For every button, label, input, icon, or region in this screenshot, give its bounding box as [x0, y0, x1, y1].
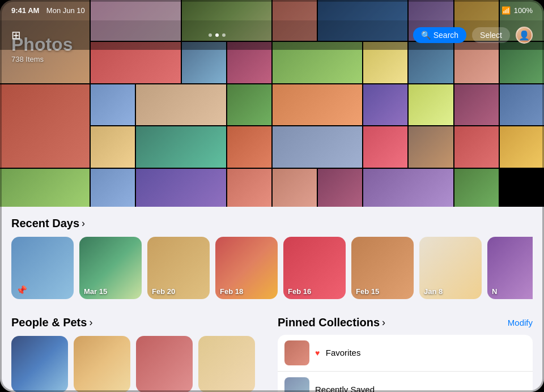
photo-cell[interactable]: [227, 126, 271, 167]
toolbar: ⊞ 🔍 Search Select 👤: [0, 20, 544, 50]
pinned-collections-arrow[interactable]: ›: [382, 317, 385, 329]
toolbar-dots: [209, 33, 226, 37]
day-label-next: N: [492, 287, 497, 296]
search-button[interactable]: 🔍 Search: [413, 27, 466, 43]
photo-cell[interactable]: [273, 126, 362, 167]
photo-cell[interactable]: [227, 169, 271, 210]
photo-cell[interactable]: [0, 84, 90, 168]
day-card-recent[interactable]: 📌: [11, 237, 74, 299]
toolbar-left: ⊞: [11, 28, 21, 42]
people-pets-col: People & Pets ›: [0, 306, 272, 392]
recent-days-scroll[interactable]: 📌 Mar 15 Feb 20 Feb 18 Feb 16 Feb 15: [11, 237, 533, 302]
day-label-feb15: Feb 15: [356, 287, 379, 296]
search-icon: 🔍: [421, 31, 431, 40]
photo-cell[interactable]: [136, 126, 226, 167]
day-label-jan8: Jan 8: [424, 287, 443, 296]
photo-cell[interactable]: [363, 84, 407, 125]
person-card-3[interactable]: [136, 336, 193, 392]
pinned-list: ♥ Favorites Recently Saved: [278, 335, 533, 392]
photo-cell[interactable]: [500, 126, 544, 167]
people-pets-header: People & Pets ›: [11, 316, 266, 329]
day-card-feb15[interactable]: Feb 15: [351, 237, 414, 299]
photo-cell[interactable]: [91, 169, 135, 210]
photo-cell[interactable]: [91, 84, 135, 125]
bottom-area: Recent Days › 📌 Mar 15 Feb 20 Feb 18 Feb…: [0, 207, 544, 392]
pinned-collections-col: Pinned Collections › Modify ♥ Favorites …: [272, 306, 544, 392]
pinned-name-favorites: Favorites: [326, 348, 361, 357]
toolbar-right: 🔍 Search Select 👤: [413, 27, 533, 44]
pinned-info-recently-saved: Recently Saved: [315, 385, 526, 392]
day-card-jan8[interactable]: Jan 8: [419, 237, 482, 299]
pinned-info-favorites: ♥ Favorites: [315, 348, 526, 358]
photo-cell[interactable]: [409, 126, 453, 167]
day-label-feb20: Feb 20: [152, 287, 175, 296]
recent-days-title: Recent Days: [11, 217, 79, 230]
photos-count: 738 Items: [11, 55, 73, 63]
people-scroll[interactable]: [11, 336, 266, 392]
pinned-thumb-favorites: [284, 340, 309, 365]
photo-cell[interactable]: [273, 84, 362, 125]
photo-cell[interactable]: [273, 169, 317, 210]
day-label-feb16: Feb 16: [288, 287, 311, 296]
people-pets-arrow[interactable]: ›: [89, 317, 92, 329]
pinned-collections-title: Pinned Collections: [278, 316, 380, 329]
sidebar-toggle-icon[interactable]: ⊞: [11, 28, 21, 42]
status-time-date: 9:41 AM Mon Jun 10: [11, 5, 85, 15]
day-label-mar15: Mar 15: [84, 287, 107, 296]
dot-2: [215, 33, 219, 37]
photo-cell[interactable]: [363, 126, 407, 167]
photo-cell[interactable]: [227, 84, 271, 125]
recent-days-section: Recent Days › 📌 Mar 15 Feb 20 Feb 18 Feb…: [0, 207, 544, 306]
search-label: Search: [434, 31, 458, 40]
day-card-feb20[interactable]: Feb 20: [147, 237, 210, 299]
person-card-1[interactable]: [11, 336, 68, 392]
photo-cell[interactable]: [454, 169, 499, 210]
two-col-section: People & Pets › Pinned Collections › Mod…: [0, 306, 544, 392]
person-card-2[interactable]: [74, 336, 130, 392]
dot-3: [222, 33, 226, 37]
photo-cell[interactable]: [0, 169, 90, 210]
favorites-heart-icon: ♥: [315, 348, 320, 357]
day-label-feb18: Feb 18: [220, 287, 243, 296]
person-card-4[interactable]: [198, 336, 255, 392]
recent-days-header: Recent Days ›: [11, 217, 533, 230]
photo-cell[interactable]: [136, 84, 226, 125]
recent-days-arrow[interactable]: ›: [82, 218, 85, 229]
status-time: 9:41 AM: [11, 6, 39, 15]
pinned-name-recently-saved: Recently Saved: [315, 385, 375, 392]
status-bar: 9:41 AM Mon Jun 10 📶 100%: [0, 0, 544, 20]
battery-icon: 100%: [514, 6, 533, 15]
wifi-icon: 📶: [502, 6, 511, 15]
day-card-feb16[interactable]: Feb 16: [283, 237, 346, 299]
photo-cell[interactable]: [91, 126, 135, 167]
avatar[interactable]: 👤: [516, 27, 533, 44]
photo-cell[interactable]: [454, 84, 499, 125]
pin-icon: 📌: [16, 285, 27, 296]
status-date: Mon Jun 10: [46, 6, 85, 15]
people-pets-title: People & Pets: [11, 316, 87, 329]
modify-button[interactable]: Modify: [508, 318, 533, 327]
day-card-feb18[interactable]: Feb 18: [215, 237, 278, 299]
photo-cell[interactable]: [500, 84, 544, 125]
day-card-next[interactable]: N: [487, 237, 533, 299]
photo-cell[interactable]: [136, 169, 226, 210]
select-button[interactable]: Select: [472, 27, 510, 43]
photo-cell[interactable]: [409, 84, 453, 125]
day-card-mar15[interactable]: Mar 15: [79, 237, 142, 299]
status-indicators: 📶 100%: [502, 6, 533, 15]
photo-cell[interactable]: [318, 169, 362, 210]
photo-cell[interactable]: [363, 169, 453, 210]
pinned-thumb-recently-saved: [284, 377, 309, 392]
pinned-item-recently-saved[interactable]: Recently Saved: [278, 371, 533, 392]
dot-1: [209, 33, 212, 37]
pinned-collections-header: Pinned Collections › Modify: [278, 316, 533, 329]
pinned-item-favorites[interactable]: ♥ Favorites: [278, 335, 533, 371]
photo-cell[interactable]: [454, 126, 499, 167]
